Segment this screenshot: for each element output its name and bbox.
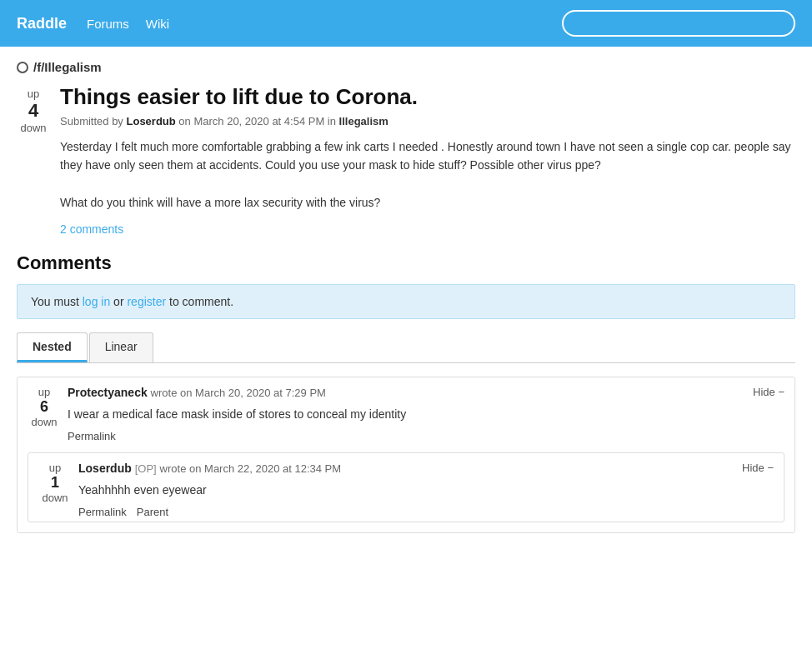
- breadcrumb-text: /f/Illegalism: [33, 60, 102, 74]
- comment-item: up 6 down Protectyaneck wrote on March 2…: [17, 377, 795, 533]
- post-comments-link: 2 comments: [60, 222, 795, 236]
- comment-content: Protectyaneck wrote on March 20, 2020 at…: [68, 386, 784, 442]
- post-vote: up 4 down: [17, 87, 50, 236]
- nested-meta: wrote on March 22, 2020 at 12:34 PM: [160, 462, 342, 475]
- nested-vote-count: 1: [51, 474, 59, 492]
- comment-author: Protectyaneck: [68, 386, 148, 399]
- nested-permalink[interactable]: Permalink: [78, 506, 127, 518]
- comment-vote-count: 6: [40, 398, 48, 416]
- login-notice-post: to comment.: [169, 295, 233, 308]
- post-vote-down[interactable]: down: [20, 122, 46, 134]
- search-input[interactable]: [562, 10, 795, 37]
- nested-comment-header: Loserdub [OP] wrote on March 22, 2020 at…: [78, 462, 774, 475]
- nested-comment-content: Loserdub [OP] wrote on March 22, 2020 at…: [78, 462, 774, 518]
- post-body-p2: What do you think will have a more lax s…: [60, 193, 795, 212]
- post-meta: Submitted by Loserdub on March 20, 2020 …: [60, 115, 795, 127]
- post-meta-on: on March 20, 2020 at 4:54 PM in: [178, 115, 336, 127]
- nested-vote-down[interactable]: down: [42, 492, 68, 504]
- search-container: [562, 10, 795, 37]
- comment-row: up 6 down Protectyaneck wrote on March 2…: [18, 377, 794, 446]
- comment-vote-down[interactable]: down: [31, 416, 57, 428]
- brand-logo[interactable]: Raddle: [17, 15, 67, 32]
- comment-permalink[interactable]: Permalink: [68, 430, 116, 442]
- post-body-text: Yesterday I felt much more comfortable g…: [60, 137, 795, 212]
- nested-comment-vote: up 1 down: [38, 462, 72, 504]
- post-body-wrap: Things easier to lift due to Corona. Sub…: [60, 84, 795, 236]
- login-link[interactable]: log in: [83, 295, 110, 308]
- tab-nested[interactable]: Nested: [17, 332, 88, 362]
- post-title: Things easier to lift due to Corona.: [60, 84, 795, 110]
- header: Raddle Forums Wiki: [0, 0, 812, 47]
- nested-actions: Permalink Parent: [78, 506, 774, 518]
- post-comments-anchor[interactable]: 2 comments: [60, 222, 123, 236]
- login-notice: You must log in or register to comment.: [17, 284, 795, 319]
- breadcrumb-icon: [17, 62, 28, 73]
- post-container: up 4 down Things easier to lift due to C…: [17, 84, 795, 236]
- comment-header: Protectyaneck wrote on March 20, 2020 at…: [68, 386, 784, 399]
- breadcrumb: /f/Illegalism: [17, 60, 795, 74]
- comment-vote-up[interactable]: up: [38, 386, 50, 398]
- login-or: or: [113, 295, 123, 308]
- nav-wiki-link[interactable]: Wiki: [146, 17, 169, 31]
- login-notice-pre: You must: [31, 295, 79, 308]
- nested-author: Loserdub: [78, 462, 132, 475]
- nested-hide-button[interactable]: Hide −: [742, 462, 774, 474]
- post-forum-link[interactable]: Illegalism: [339, 115, 388, 127]
- nested-comment-row: up 1 down Loserdub [OP] wrote on March 2…: [28, 453, 784, 522]
- register-link[interactable]: register: [127, 295, 166, 308]
- nested-comment-item: up 1 down Loserdub [OP] wrote on March 2…: [28, 452, 784, 522]
- comment-vote: up 6 down: [28, 386, 61, 428]
- nested-vote-up[interactable]: up: [49, 462, 61, 474]
- comment-actions: Permalink: [68, 430, 784, 442]
- main-content: /f/Illegalism up 4 down Things easier to…: [0, 47, 812, 553]
- comment-tabs: Nested Linear: [17, 332, 795, 363]
- comment-meta: wrote on March 20, 2020 at 7:29 PM: [151, 387, 326, 399]
- tab-linear[interactable]: Linear: [89, 332, 153, 362]
- post-body-p1: Yesterday I felt much more comfortable g…: [60, 137, 795, 175]
- nav-forums-link[interactable]: Forums: [87, 17, 129, 31]
- op-tag: [OP]: [135, 462, 157, 475]
- comment-body: I wear a medical face mask inside of sto…: [68, 406, 784, 423]
- comments-heading: Comments: [17, 252, 795, 274]
- post-meta-submitted: Submitted by: [60, 115, 123, 127]
- nested-body: Yeahhhhh even eyewear: [78, 482, 774, 499]
- nested-parent[interactable]: Parent: [137, 506, 168, 518]
- main-nav: Forums Wiki: [87, 17, 183, 31]
- post-vote-up[interactable]: up: [28, 87, 39, 100]
- post-vote-count: 4: [28, 100, 38, 122]
- post-author-link[interactable]: Loserdub: [127, 115, 176, 127]
- comment-hide-button[interactable]: Hide −: [753, 386, 784, 398]
